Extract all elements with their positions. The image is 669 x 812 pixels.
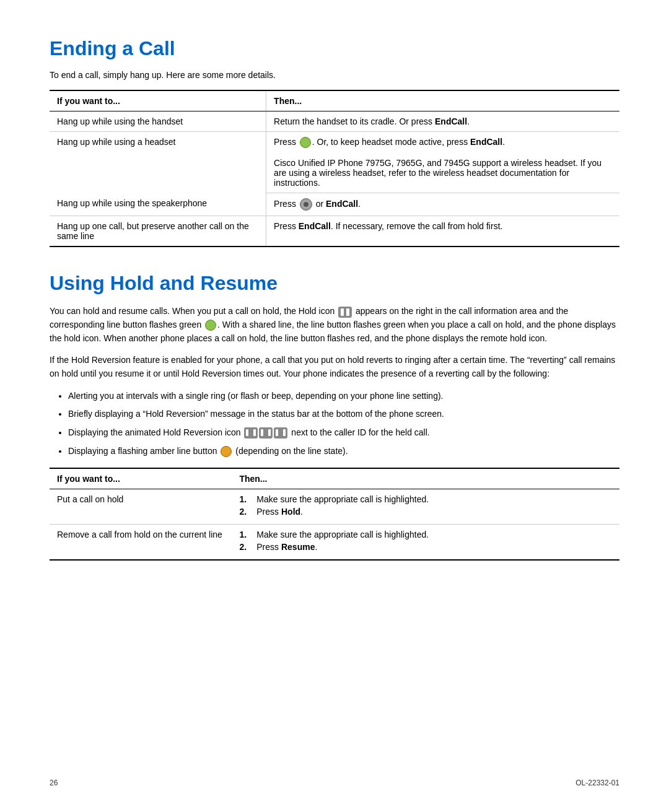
row3-left: Hang up while using the speakerphone bbox=[50, 193, 266, 216]
step-2: 2. Press Hold. bbox=[239, 507, 612, 517]
amber-line-button-icon bbox=[221, 446, 232, 457]
hold-row1-right: 1. Make sure the appropriate call is hig… bbox=[232, 489, 619, 525]
section2-para2: If the Hold Reversion feature is enabled… bbox=[50, 354, 619, 380]
list-item: Displaying a flashing amber line button … bbox=[68, 445, 619, 458]
row1-right: Return the handset to its cradle. Or pre… bbox=[266, 111, 619, 132]
speakerphone-icon bbox=[300, 198, 312, 211]
table-row: Hang up while using the handset Return t… bbox=[50, 111, 619, 132]
section1-intro: To end a call, simply hang up. Here are … bbox=[50, 70, 619, 80]
table-row: Put a call on hold 1. Make sure the appr… bbox=[50, 489, 619, 525]
revert-icons bbox=[244, 427, 287, 439]
row1-left: Hang up while using the handset bbox=[50, 111, 266, 132]
row4-left: Hang up one call, but preserve another c… bbox=[50, 216, 266, 247]
page-number: 26 bbox=[50, 779, 58, 787]
hold-row2-right: 1. Make sure the appropriate call is hig… bbox=[232, 525, 619, 561]
step-1: 1. Make sure the appropriate call is hig… bbox=[239, 494, 612, 504]
hold-row1-left: Put a call on hold bbox=[50, 489, 232, 525]
step-1: 1. Make sure the appropriate call is hig… bbox=[239, 530, 612, 539]
row2-right-line2: Cisco Unified IP Phone 7975G, 7965G, and… bbox=[266, 153, 619, 193]
step-text: Make sure the appropriate call is highli… bbox=[254, 530, 429, 539]
list-item: Displaying the animated Hold Reversion i… bbox=[68, 426, 619, 440]
step-number: 1. bbox=[239, 530, 254, 539]
revert-icon-2 bbox=[259, 427, 273, 439]
step-text: Press Resume. bbox=[254, 542, 317, 552]
row4-right: Press EndCall. If necessary, remove the … bbox=[266, 216, 619, 247]
step-text: Press Hold. bbox=[254, 507, 303, 517]
section2: Using Hold and Resume You can hold and r… bbox=[50, 272, 619, 561]
revert-icon-1 bbox=[244, 427, 258, 439]
section1-title: Ending a Call bbox=[50, 37, 619, 60]
doc-id: OL-22332-01 bbox=[575, 779, 619, 787]
row3-right: Press or EndCall. bbox=[266, 193, 619, 216]
step-number: 2. bbox=[239, 507, 254, 517]
row2-left: Hang up while using a headset bbox=[50, 132, 266, 193]
hold-table-col1-header: If you want to... bbox=[50, 468, 232, 489]
headset-icon bbox=[300, 137, 311, 148]
hold-table-col2-header: Then... bbox=[232, 468, 619, 489]
hold-row2-left: Remove a call from hold on the current l… bbox=[50, 525, 232, 561]
row2-right-line1: Press . Or, to keep headset mode active,… bbox=[266, 132, 619, 154]
section2-para1: You can hold and resume calls. When you … bbox=[50, 305, 619, 345]
step-2: 2. Press Resume. bbox=[239, 542, 612, 552]
page-footer: 26 OL-22332-01 bbox=[50, 779, 619, 787]
list-item: Alerting you at intervals with a single … bbox=[68, 390, 619, 403]
table1-col1-header: If you want to... bbox=[50, 90, 266, 111]
hold-icon bbox=[338, 307, 352, 318]
table-row: Hang up one call, but preserve another c… bbox=[50, 216, 619, 247]
table-row: Hang up while using the speakerphone Pre… bbox=[50, 193, 619, 216]
table-row: Remove a call from hold on the current l… bbox=[50, 525, 619, 561]
step-number: 2. bbox=[239, 542, 254, 552]
revert-icon-3 bbox=[274, 427, 287, 439]
table-row: Hang up while using a headset Press . Or… bbox=[50, 132, 619, 154]
green-line-button-icon bbox=[205, 320, 216, 331]
ending-call-table: If you want to... Then... Hang up while … bbox=[50, 90, 619, 247]
section2-title: Using Hold and Resume bbox=[50, 272, 619, 295]
step-number: 1. bbox=[239, 494, 254, 504]
step-text: Make sure the appropriate call is highli… bbox=[254, 494, 429, 504]
list-item: Briefly displaying a “Hold Reversion” me… bbox=[68, 408, 619, 421]
table1-col2-header: Then... bbox=[266, 90, 619, 111]
hold-resume-table: If you want to... Then... Put a call on … bbox=[50, 468, 619, 561]
bullet-list: Alerting you at intervals with a single … bbox=[68, 390, 619, 458]
